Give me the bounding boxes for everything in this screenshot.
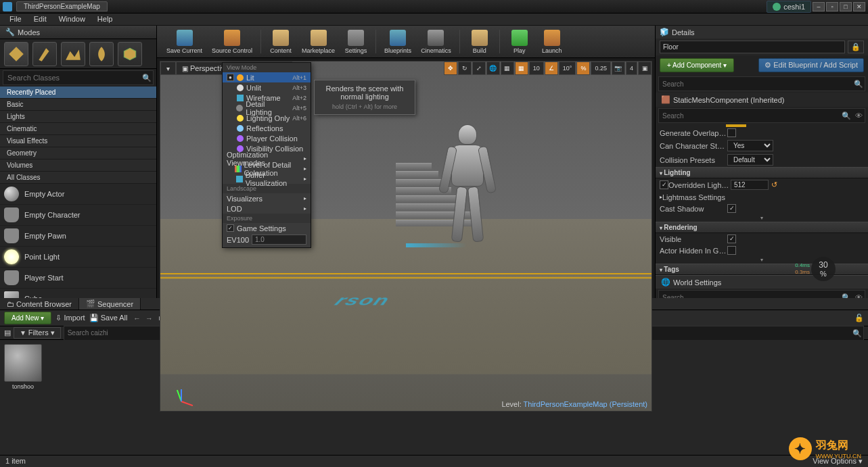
expand-rendering[interactable]: ▾ [656, 256, 868, 264]
classes-search[interactable]: 🔍 [3, 70, 154, 85]
category-visual-effects[interactable]: Visual Effects [0, 135, 156, 147]
settings-button[interactable]: Settings [340, 27, 371, 56]
save-all-button[interactable]: 💾 Save All [89, 314, 128, 322]
content-browser-tab[interactable]: 🗀Content Browser [0, 298, 79, 310]
surface-snap[interactable]: ▦ [501, 62, 514, 75]
component-search-input[interactable] [659, 77, 852, 91]
checkbox[interactable]: ✓ [660, 180, 668, 189]
rotate-tool[interactable]: ↻ [458, 62, 472, 75]
lighting-section-header[interactable]: Lighting [656, 167, 868, 178]
menu-window[interactable]: Window [53, 14, 91, 25]
collision-select[interactable]: Default [727, 154, 773, 166]
translate-tool[interactable]: ✥ [444, 62, 457, 75]
dd-game-settings[interactable]: ✓Game Settings [223, 223, 311, 233]
actor-empty-actor[interactable]: Empty Actor [0, 184, 156, 205]
search-icon[interactable]: 🔍 [852, 77, 865, 91]
user-badge[interactable]: ceshi1 [767, 1, 811, 13]
marketplace-button[interactable]: Marketplace [298, 27, 339, 56]
actor-point-light[interactable]: Point Light [0, 247, 156, 268]
actor-name-input[interactable] [660, 41, 845, 53]
dd-player-collision[interactable]: Player Collision [223, 133, 311, 143]
component-tree-item[interactable]: 🟫 StaticMeshComponent (Inherited) [656, 93, 868, 107]
category-volumes[interactable]: Volumes [0, 159, 156, 172]
details-tab[interactable]: 🧊 Details [656, 26, 868, 39]
maximize-button[interactable]: □ [840, 2, 852, 11]
category-recently-placed[interactable]: Recently Placed [0, 87, 156, 99]
geometry-mode-button[interactable] [118, 42, 142, 66]
title-tab[interactable]: ThirdPersonExampleMap [16, 1, 108, 11]
sequencer-tab[interactable]: 🎬Sequencer [79, 298, 141, 310]
nav-forward-button[interactable]: → [143, 314, 154, 322]
actor-player-start[interactable]: Player Start [0, 268, 156, 289]
filters-button[interactable]: ▼ Filters ▾ [14, 327, 61, 339]
restore-button[interactable]: ▫ [826, 2, 838, 11]
expand-lighting[interactable]: ▾ [656, 214, 868, 222]
build-button[interactable]: Build [464, 27, 495, 56]
edit-blueprint-button[interactable]: ⚙ Edit Blueprint / Add Script [758, 58, 864, 72]
classes-search-input[interactable] [3, 71, 141, 84]
landscape-mode-button[interactable] [61, 42, 85, 66]
camera-speed-icon[interactable]: 📷 [612, 62, 625, 75]
scale-snap-toggle[interactable]: % [576, 62, 590, 75]
grid-snap-toggle[interactable]: ▦ [515, 62, 528, 75]
lightmap-input[interactable] [731, 180, 769, 190]
place-mode-button[interactable] [4, 42, 28, 66]
blueprints-button[interactable]: Blueprints [380, 27, 415, 56]
add-new-button[interactable]: Add New ▾ [4, 312, 51, 324]
maximize-viewport[interactable]: ▣ [638, 62, 652, 75]
tags-section-header[interactable]: Tags [656, 264, 868, 275]
save-current-button[interactable]: Save Current [162, 27, 206, 56]
actor-empty-pawn[interactable]: Empty Pawn [0, 226, 156, 247]
foliage-mode-button[interactable] [89, 42, 114, 66]
launch-button[interactable]: Launch [536, 27, 568, 56]
dd-unlit[interactable]: UnlitAlt+3 [223, 82, 311, 93]
cinematics-button[interactable]: Cinematics [417, 27, 455, 56]
menu-edit[interactable]: Edit [28, 14, 52, 25]
checkbox[interactable]: ✓ [727, 204, 736, 213]
add-component-button[interactable]: + Add Component ▾ [660, 58, 734, 72]
level-link[interactable]: ThirdPersonExampleMap (Persistent) [524, 400, 647, 408]
asset-tile[interactable]: tonshoo [4, 344, 42, 390]
category-all-classes[interactable]: All Classes [0, 172, 156, 184]
lock-icon[interactable]: 🔒 [848, 41, 864, 53]
scale-tool[interactable]: ⤢ [472, 62, 486, 75]
play-button[interactable]: Play [504, 27, 535, 56]
coord-toggle[interactable]: 🌐 [486, 62, 500, 75]
category-geometry[interactable]: Geometry [0, 147, 156, 159]
search-icon[interactable]: 🔍 [851, 326, 863, 340]
reset-icon[interactable]: ↺ [771, 180, 777, 189]
dd-visualizers[interactable]: Visualizers▸ [223, 193, 311, 203]
scale-snap-value[interactable]: 0.25 [591, 62, 611, 75]
search-icon[interactable]: 🔍 [141, 71, 153, 84]
dd-lighting-only[interactable]: Lighting OnlyAlt+6 [223, 113, 311, 123]
grid-snap-value[interactable]: 10 [529, 62, 544, 75]
sources-toggle-icon[interactable]: ▤ [4, 328, 11, 337]
category-cinematic[interactable]: Cinematic [0, 123, 156, 135]
angle-snap-value[interactable]: 10° [559, 62, 576, 75]
dd-reflections[interactable]: Reflections [223, 123, 311, 133]
prop-lightmass-settings[interactable]: ▸ Lightmass Settings [656, 191, 868, 203]
viewport-options-button[interactable]: ▾ [160, 62, 176, 75]
checkbox[interactable] [727, 246, 736, 255]
category-basic[interactable]: Basic [0, 99, 156, 111]
camera-speed-value[interactable]: 4 [626, 62, 637, 75]
dd-lod[interactable]: LOD▸ [223, 203, 311, 214]
content-button[interactable]: Content [265, 27, 296, 56]
checkbox[interactable] [727, 128, 736, 137]
eye-icon[interactable]: 👁 [852, 109, 865, 122]
paint-mode-button[interactable] [32, 42, 57, 66]
checkbox[interactable]: ✓ [727, 235, 736, 243]
menu-file[interactable]: File [4, 14, 27, 25]
ev100-input[interactable] [252, 235, 306, 245]
rendering-section-header[interactable]: Rendering [656, 222, 868, 233]
close-button[interactable]: ✕ [853, 2, 865, 11]
source-control-button[interactable]: Source Control [208, 27, 256, 56]
import-button[interactable]: ⇩ Import [55, 314, 85, 322]
nav-back-button[interactable]: ← [131, 314, 142, 322]
minimize-button[interactable]: – [813, 2, 825, 11]
dd-detail-lighting[interactable]: Detail LightingAlt+5 [223, 103, 311, 113]
dd-lit[interactable]: ●LitAlt+1 [223, 72, 311, 82]
dd-buffer-vis[interactable]: Buffer Visualization▸ [223, 174, 311, 184]
category-lights[interactable]: Lights [0, 111, 156, 123]
world-settings-tab[interactable]: 🌐 World Settings [656, 275, 868, 289]
